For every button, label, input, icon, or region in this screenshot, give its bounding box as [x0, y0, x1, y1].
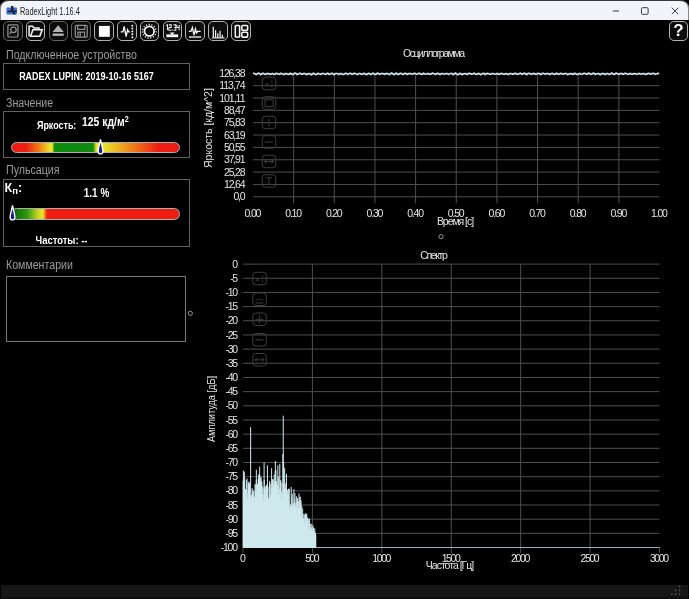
svg-text:2500: 2500: [580, 552, 599, 564]
svg-text:0.00: 0.00: [245, 207, 262, 219]
svg-text:2000: 2000: [511, 552, 530, 564]
svg-text:-90: -90: [226, 513, 239, 525]
svg-text:1000: 1000: [372, 552, 391, 564]
svg-text:Время [с]: Время [с]: [437, 215, 474, 227]
svg-text:0.60: 0.60: [489, 207, 506, 219]
svg-text:-15: -15: [226, 300, 239, 312]
svg-text:-20: -20: [226, 314, 239, 326]
svg-text:25,28: 25,28: [224, 166, 246, 178]
svg-text:-35: -35: [226, 357, 239, 369]
svg-text:-30: -30: [226, 343, 239, 355]
svg-text:113,74: 113,74: [219, 79, 245, 91]
svg-text:75,83: 75,83: [224, 116, 246, 128]
svg-text:0,0: 0,0: [234, 190, 246, 202]
svg-text:-50: -50: [226, 399, 239, 411]
svg-text:3000: 3000: [650, 552, 669, 564]
svg-text:Частота [Гц]: Частота [Гц]: [426, 559, 474, 571]
svg-text:-70: -70: [226, 456, 239, 468]
svg-text:50,55: 50,55: [224, 141, 246, 153]
svg-text:-5: -5: [230, 272, 238, 284]
svg-text:12,64: 12,64: [224, 178, 246, 190]
svg-text:0.80: 0.80: [570, 207, 587, 219]
svg-text:-40: -40: [226, 371, 239, 383]
svg-text:126,38: 126,38: [219, 67, 245, 79]
svg-text:Спектр: Спектр: [420, 250, 448, 261]
svg-text:0.70: 0.70: [529, 207, 546, 219]
svg-text:Осциллограмма: Осциллограмма: [403, 47, 465, 59]
svg-text:-75: -75: [226, 470, 239, 482]
svg-text:-95: -95: [226, 527, 239, 539]
svg-text:-85: -85: [226, 499, 239, 511]
svg-text:0.40: 0.40: [407, 207, 424, 219]
svg-text:0: 0: [240, 552, 246, 564]
svg-text:-55: -55: [226, 414, 239, 426]
svg-text:0.30: 0.30: [367, 207, 384, 219]
svg-text:1.00: 1.00: [651, 207, 668, 219]
svg-text:101,11: 101,11: [219, 92, 245, 104]
svg-text:37,91: 37,91: [224, 153, 246, 165]
svg-text:-60: -60: [226, 428, 239, 440]
svg-text:63,19: 63,19: [224, 129, 246, 141]
svg-text:-65: -65: [226, 442, 239, 454]
svg-text:0.90: 0.90: [610, 207, 627, 219]
svg-text:88,47: 88,47: [224, 104, 246, 116]
svg-text:-100: -100: [221, 541, 238, 553]
svg-text:500: 500: [305, 552, 320, 564]
svg-text:-25: -25: [226, 329, 239, 341]
svg-text:0.10: 0.10: [285, 207, 302, 219]
svg-text:0.20: 0.20: [326, 207, 343, 219]
svg-text:-10: -10: [226, 286, 239, 298]
svg-text:-80: -80: [226, 484, 239, 496]
svg-text:-45: -45: [226, 385, 239, 397]
svg-text:0: 0: [232, 258, 238, 270]
